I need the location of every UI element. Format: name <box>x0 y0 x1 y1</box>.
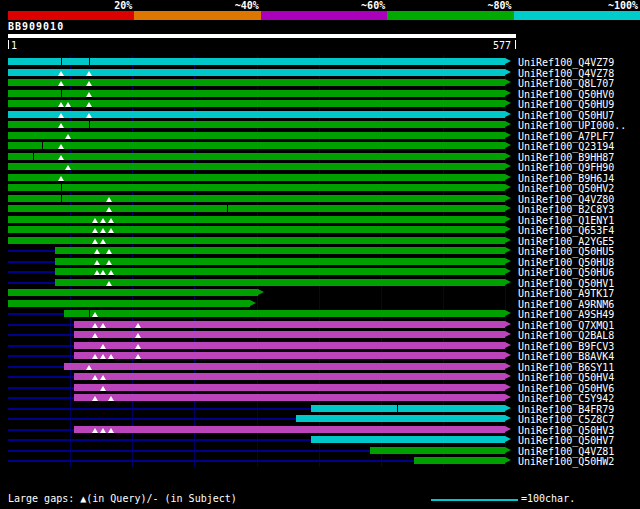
gap-query-marker <box>135 354 141 359</box>
hit-label[interactable]: UniRef100_UPI000.. <box>518 121 626 131</box>
alignment-bar[interactable] <box>8 300 250 307</box>
alignment-bar[interactable] <box>8 58 505 65</box>
gap-query-marker <box>100 386 106 391</box>
hit-label[interactable]: UniRef100_B9HH87 <box>518 153 614 163</box>
gap-query-marker <box>92 375 98 380</box>
alignment-bar[interactable] <box>8 226 505 233</box>
hit-label[interactable]: UniRef100_B9H6J4 <box>518 174 614 184</box>
hit-label[interactable]: UniRef100_Q50HV0 <box>518 90 614 100</box>
hit-label[interactable]: UniRef100_Q1ENY1 <box>518 216 614 226</box>
hit-label[interactable]: UniRef100_Q50HV6 <box>518 384 614 394</box>
scale-legend-line <box>431 499 518 501</box>
hit-label[interactable]: UniRef100_Q50HU7 <box>518 111 614 121</box>
hit-label[interactable]: UniRef100_C5Y942 <box>518 394 614 404</box>
hit-label[interactable]: UniRef100_Q50HV7 <box>518 436 614 446</box>
alignment-bar[interactable] <box>8 142 505 149</box>
hit-label[interactable]: UniRef100_A9TK17 <box>518 289 614 299</box>
hit-label[interactable]: UniRef100_C5Z8C7 <box>518 415 614 425</box>
alignment-bar[interactable] <box>55 268 505 275</box>
alignment-bar[interactable] <box>370 447 505 454</box>
alignment-arrowhead <box>505 237 511 243</box>
alignment-bar[interactable] <box>8 132 505 139</box>
alignment-bar[interactable] <box>64 310 505 317</box>
gap-query-marker <box>106 249 112 254</box>
hit-label[interactable]: UniRef100_Q50HV4 <box>518 373 614 383</box>
alignment-bar[interactable] <box>8 69 505 76</box>
alignment-bar[interactable] <box>8 237 505 244</box>
scale-segment <box>387 11 513 20</box>
alignment-bar[interactable] <box>8 163 505 170</box>
hit-label[interactable]: UniRef100_B2C8Y3 <box>518 205 614 215</box>
alignment-bar[interactable] <box>8 195 505 202</box>
alignment-bar[interactable] <box>8 79 505 86</box>
hit-label[interactable]: UniRef100_A9SH49 <box>518 310 614 320</box>
scale-segment <box>134 11 260 20</box>
alignment-arrowhead <box>505 247 511 253</box>
hit-label[interactable]: UniRef100_Q653F4 <box>518 226 614 236</box>
hit-label[interactable]: UniRef100_Q4VZ80 <box>518 195 614 205</box>
alignment-bar[interactable] <box>74 394 505 401</box>
hit-label[interactable]: UniRef100_Q2BAL8 <box>518 331 614 341</box>
gap-query-marker <box>94 260 100 265</box>
scale-segment <box>514 11 640 20</box>
alignment-arrowhead <box>505 163 511 169</box>
gap-query-marker <box>106 260 112 265</box>
gap-subject-marker <box>33 153 34 160</box>
hit-label[interactable]: UniRef100_B4FR79 <box>518 405 614 415</box>
alignment-bar[interactable] <box>8 111 505 118</box>
hit-label[interactable]: UniRef100_Q50HU8 <box>518 258 614 268</box>
hit-label[interactable]: UniRef100_A2YGE5 <box>518 237 614 247</box>
hit-label[interactable]: UniRef100_Q50HW2 <box>518 457 614 467</box>
alignment-bar[interactable] <box>8 216 505 223</box>
alignment-bar[interactable] <box>8 121 505 128</box>
scale-segment-label: ~80% <box>466 1 512 11</box>
alignment-bar[interactable] <box>8 100 505 107</box>
hit-label[interactable]: UniRef100_B6SY11 <box>518 363 614 373</box>
hit-label[interactable]: UniRef100_Q4VZ79 <box>518 58 614 68</box>
hit-label[interactable]: UniRef100_Q8L707 <box>518 79 614 89</box>
hit-label[interactable]: UniRef100_Q4VZ81 <box>518 447 614 457</box>
alignment-bar[interactable] <box>8 289 258 296</box>
alignment-bar[interactable] <box>74 426 505 433</box>
gap-query-marker <box>92 218 98 223</box>
alignment-arrowhead <box>505 321 511 327</box>
alignment-bar[interactable] <box>8 184 505 191</box>
alignment-bar[interactable] <box>296 415 505 422</box>
hit-label[interactable]: UniRef100_A9RNM6 <box>518 300 614 310</box>
hit-label[interactable]: UniRef100_Q50HV2 <box>518 184 614 194</box>
alignment-bar[interactable] <box>74 384 505 391</box>
gap-subject-marker <box>61 195 62 202</box>
alignment-arrowhead <box>505 384 511 390</box>
hit-label[interactable]: UniRef100_Q23194 <box>518 142 614 152</box>
gap-query-marker <box>135 344 141 349</box>
hit-label[interactable]: UniRef100_B8AVK4 <box>518 352 614 362</box>
hit-label[interactable]: UniRef100_Q50HU5 <box>518 247 614 257</box>
alignment-bar[interactable] <box>8 174 505 181</box>
gap-query-marker <box>100 344 106 349</box>
alignment-bar[interactable] <box>414 457 505 464</box>
hit-label[interactable]: UniRef100_Q50HV3 <box>518 426 614 436</box>
alignment-bar[interactable] <box>8 90 505 97</box>
hit-label[interactable]: UniRef100_Q9FH90 <box>518 163 614 173</box>
gap-query-marker <box>100 354 106 359</box>
alignment-bar[interactable] <box>8 205 505 212</box>
hit-label[interactable]: UniRef100_B9FCV3 <box>518 342 614 352</box>
hit-label[interactable]: UniRef100_Q50HV1 <box>518 279 614 289</box>
alignment-bar[interactable] <box>55 258 505 265</box>
hit-label[interactable]: UniRef100_Q50HU9 <box>518 100 614 110</box>
alignment-arrowhead <box>505 142 511 148</box>
hit-label[interactable]: UniRef100_Q7XMQ1 <box>518 321 614 331</box>
hit-label[interactable]: UniRef100_Q50HU6 <box>518 268 614 278</box>
alignment-bar[interactable] <box>74 373 505 380</box>
hit-label[interactable]: UniRef100_A7PLF7 <box>518 132 614 142</box>
alignment-bar[interactable] <box>64 363 505 370</box>
alignment-bar[interactable] <box>311 436 505 443</box>
alignment-bar[interactable] <box>311 405 505 412</box>
hit-label[interactable]: UniRef100_Q4VZ78 <box>518 69 614 79</box>
alignment-bar[interactable] <box>55 247 505 254</box>
alignment-bar[interactable] <box>55 279 505 286</box>
alignment-bar[interactable] <box>8 153 505 160</box>
alignment-arrowhead <box>505 405 511 411</box>
gap-query-marker <box>65 165 71 170</box>
gap-subject-marker <box>89 310 90 317</box>
